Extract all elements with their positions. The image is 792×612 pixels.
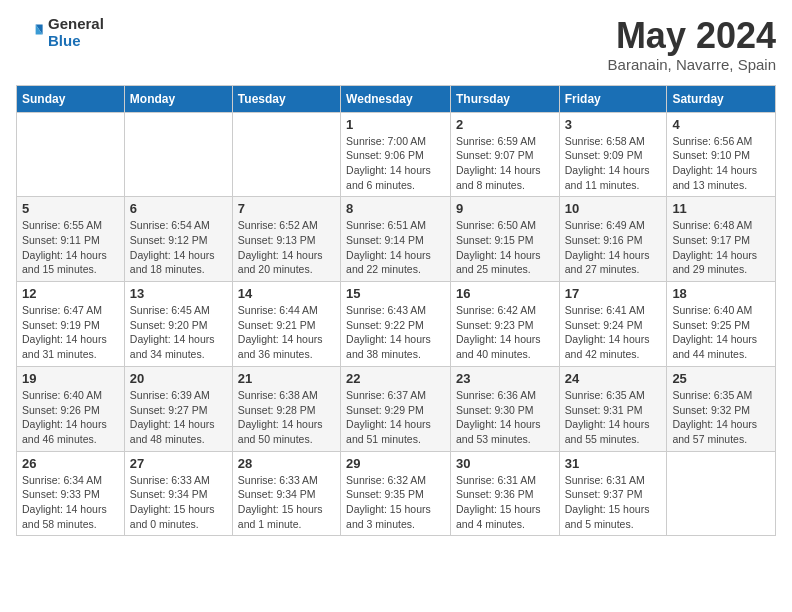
day-cell-17: 15Sunrise: 6:43 AMSunset: 9:22 PMDayligh… bbox=[341, 282, 451, 367]
location: Baranain, Navarre, Spain bbox=[608, 56, 776, 73]
day-detail: Sunrise: 6:31 AMSunset: 9:37 PMDaylight:… bbox=[565, 473, 662, 532]
day-detail: Sunrise: 6:35 AMSunset: 9:31 PMDaylight:… bbox=[565, 388, 662, 447]
day-number: 27 bbox=[130, 456, 227, 471]
logo-general-text: General bbox=[48, 16, 104, 33]
column-header-monday: Monday bbox=[124, 85, 232, 112]
day-detail: Sunrise: 6:41 AMSunset: 9:24 PMDaylight:… bbox=[565, 303, 662, 362]
day-cell-24: 22Sunrise: 6:37 AMSunset: 9:29 PMDayligh… bbox=[341, 366, 451, 451]
day-detail: Sunrise: 6:54 AMSunset: 9:12 PMDaylight:… bbox=[130, 218, 227, 277]
day-number: 17 bbox=[565, 286, 662, 301]
logo-icon bbox=[16, 19, 44, 47]
week-row-4: 19Sunrise: 6:40 AMSunset: 9:26 PMDayligh… bbox=[17, 366, 776, 451]
day-number: 3 bbox=[565, 117, 662, 132]
day-detail: Sunrise: 6:55 AMSunset: 9:11 PMDaylight:… bbox=[22, 218, 119, 277]
column-header-sunday: Sunday bbox=[17, 85, 125, 112]
day-number: 26 bbox=[22, 456, 119, 471]
day-number: 20 bbox=[130, 371, 227, 386]
day-number: 22 bbox=[346, 371, 445, 386]
day-cell-23: 21Sunrise: 6:38 AMSunset: 9:28 PMDayligh… bbox=[232, 366, 340, 451]
day-cell-8: 6Sunrise: 6:54 AMSunset: 9:12 PMDaylight… bbox=[124, 197, 232, 282]
day-number: 8 bbox=[346, 201, 445, 216]
day-number: 18 bbox=[672, 286, 770, 301]
day-cell-11: 9Sunrise: 6:50 AMSunset: 9:15 PMDaylight… bbox=[450, 197, 559, 282]
day-detail: Sunrise: 7:00 AMSunset: 9:06 PMDaylight:… bbox=[346, 134, 445, 193]
day-number: 21 bbox=[238, 371, 335, 386]
calendar-table: SundayMondayTuesdayWednesdayThursdayFrid… bbox=[16, 85, 776, 537]
day-cell-5: 3Sunrise: 6:58 AMSunset: 9:09 PMDaylight… bbox=[559, 112, 667, 197]
day-cell-13: 11Sunrise: 6:48 AMSunset: 9:17 PMDayligh… bbox=[667, 197, 776, 282]
day-detail: Sunrise: 6:35 AMSunset: 9:32 PMDaylight:… bbox=[672, 388, 770, 447]
logo: General Blue bbox=[16, 16, 104, 49]
day-number: 12 bbox=[22, 286, 119, 301]
day-detail: Sunrise: 6:33 AMSunset: 9:34 PMDaylight:… bbox=[238, 473, 335, 532]
week-row-2: 5Sunrise: 6:55 AMSunset: 9:11 PMDaylight… bbox=[17, 197, 776, 282]
day-cell-4: 2Sunrise: 6:59 AMSunset: 9:07 PMDaylight… bbox=[450, 112, 559, 197]
week-row-3: 12Sunrise: 6:47 AMSunset: 9:19 PMDayligh… bbox=[17, 282, 776, 367]
day-number: 29 bbox=[346, 456, 445, 471]
day-number: 6 bbox=[130, 201, 227, 216]
day-number: 10 bbox=[565, 201, 662, 216]
day-cell-32: 30Sunrise: 6:31 AMSunset: 9:36 PMDayligh… bbox=[450, 451, 559, 536]
day-detail: Sunrise: 6:38 AMSunset: 9:28 PMDaylight:… bbox=[238, 388, 335, 447]
logo-text: General Blue bbox=[48, 16, 104, 49]
day-number: 30 bbox=[456, 456, 554, 471]
day-number: 16 bbox=[456, 286, 554, 301]
day-detail: Sunrise: 6:39 AMSunset: 9:27 PMDaylight:… bbox=[130, 388, 227, 447]
day-detail: Sunrise: 6:47 AMSunset: 9:19 PMDaylight:… bbox=[22, 303, 119, 362]
day-cell-1 bbox=[124, 112, 232, 197]
day-detail: Sunrise: 6:37 AMSunset: 9:29 PMDaylight:… bbox=[346, 388, 445, 447]
day-detail: Sunrise: 6:40 AMSunset: 9:26 PMDaylight:… bbox=[22, 388, 119, 447]
day-number: 15 bbox=[346, 286, 445, 301]
month-title: May 2024 bbox=[608, 16, 776, 56]
day-cell-15: 13Sunrise: 6:45 AMSunset: 9:20 PMDayligh… bbox=[124, 282, 232, 367]
column-header-thursday: Thursday bbox=[450, 85, 559, 112]
day-number: 25 bbox=[672, 371, 770, 386]
column-header-tuesday: Tuesday bbox=[232, 85, 340, 112]
day-number: 19 bbox=[22, 371, 119, 386]
day-number: 28 bbox=[238, 456, 335, 471]
day-cell-18: 16Sunrise: 6:42 AMSunset: 9:23 PMDayligh… bbox=[450, 282, 559, 367]
day-cell-14: 12Sunrise: 6:47 AMSunset: 9:19 PMDayligh… bbox=[17, 282, 125, 367]
week-row-1: 1Sunrise: 7:00 AMSunset: 9:06 PMDaylight… bbox=[17, 112, 776, 197]
day-cell-7: 5Sunrise: 6:55 AMSunset: 9:11 PMDaylight… bbox=[17, 197, 125, 282]
day-cell-33: 31Sunrise: 6:31 AMSunset: 9:37 PMDayligh… bbox=[559, 451, 667, 536]
day-detail: Sunrise: 6:56 AMSunset: 9:10 PMDaylight:… bbox=[672, 134, 770, 193]
day-detail: Sunrise: 6:31 AMSunset: 9:36 PMDaylight:… bbox=[456, 473, 554, 532]
column-header-saturday: Saturday bbox=[667, 85, 776, 112]
day-cell-30: 28Sunrise: 6:33 AMSunset: 9:34 PMDayligh… bbox=[232, 451, 340, 536]
day-cell-22: 20Sunrise: 6:39 AMSunset: 9:27 PMDayligh… bbox=[124, 366, 232, 451]
day-detail: Sunrise: 6:40 AMSunset: 9:25 PMDaylight:… bbox=[672, 303, 770, 362]
day-number: 31 bbox=[565, 456, 662, 471]
day-number: 9 bbox=[456, 201, 554, 216]
day-detail: Sunrise: 6:36 AMSunset: 9:30 PMDaylight:… bbox=[456, 388, 554, 447]
day-cell-29: 27Sunrise: 6:33 AMSunset: 9:34 PMDayligh… bbox=[124, 451, 232, 536]
day-detail: Sunrise: 6:51 AMSunset: 9:14 PMDaylight:… bbox=[346, 218, 445, 277]
day-detail: Sunrise: 6:42 AMSunset: 9:23 PMDaylight:… bbox=[456, 303, 554, 362]
day-cell-6: 4Sunrise: 6:56 AMSunset: 9:10 PMDaylight… bbox=[667, 112, 776, 197]
day-cell-12: 10Sunrise: 6:49 AMSunset: 9:16 PMDayligh… bbox=[559, 197, 667, 282]
day-detail: Sunrise: 6:34 AMSunset: 9:33 PMDaylight:… bbox=[22, 473, 119, 532]
day-number: 1 bbox=[346, 117, 445, 132]
day-detail: Sunrise: 6:49 AMSunset: 9:16 PMDaylight:… bbox=[565, 218, 662, 277]
day-number: 14 bbox=[238, 286, 335, 301]
day-cell-3: 1Sunrise: 7:00 AMSunset: 9:06 PMDaylight… bbox=[341, 112, 451, 197]
week-row-5: 26Sunrise: 6:34 AMSunset: 9:33 PMDayligh… bbox=[17, 451, 776, 536]
day-detail: Sunrise: 6:58 AMSunset: 9:09 PMDaylight:… bbox=[565, 134, 662, 193]
day-number: 2 bbox=[456, 117, 554, 132]
day-number: 7 bbox=[238, 201, 335, 216]
day-detail: Sunrise: 6:43 AMSunset: 9:22 PMDaylight:… bbox=[346, 303, 445, 362]
day-cell-2 bbox=[232, 112, 340, 197]
day-number: 23 bbox=[456, 371, 554, 386]
day-cell-31: 29Sunrise: 6:32 AMSunset: 9:35 PMDayligh… bbox=[341, 451, 451, 536]
day-cell-25: 23Sunrise: 6:36 AMSunset: 9:30 PMDayligh… bbox=[450, 366, 559, 451]
day-detail: Sunrise: 6:52 AMSunset: 9:13 PMDaylight:… bbox=[238, 218, 335, 277]
day-detail: Sunrise: 6:50 AMSunset: 9:15 PMDaylight:… bbox=[456, 218, 554, 277]
day-cell-27: 25Sunrise: 6:35 AMSunset: 9:32 PMDayligh… bbox=[667, 366, 776, 451]
page-header: General Blue May 2024 Baranain, Navarre,… bbox=[16, 16, 776, 73]
day-number: 5 bbox=[22, 201, 119, 216]
title-block: May 2024 Baranain, Navarre, Spain bbox=[608, 16, 776, 73]
day-detail: Sunrise: 6:48 AMSunset: 9:17 PMDaylight:… bbox=[672, 218, 770, 277]
header-row: SundayMondayTuesdayWednesdayThursdayFrid… bbox=[17, 85, 776, 112]
day-number: 13 bbox=[130, 286, 227, 301]
logo-blue-text: Blue bbox=[48, 33, 104, 50]
